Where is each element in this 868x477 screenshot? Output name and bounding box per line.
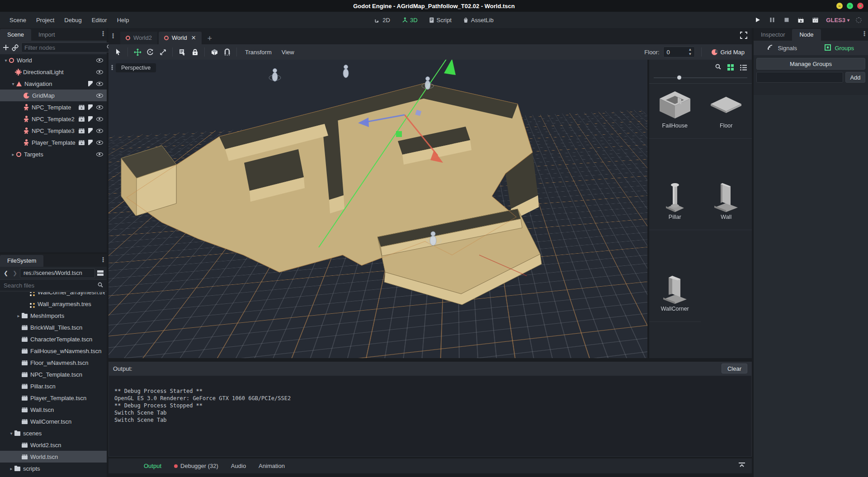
move-tool-button[interactable] xyxy=(132,46,143,58)
output-log[interactable]: ** Debug Process Started **OpenGL ES 3.0… xyxy=(108,375,752,457)
groups-tab[interactable]: Groups xyxy=(811,41,868,55)
palette-zoom-slider[interactable] xyxy=(654,74,747,81)
bottom-tab-animation[interactable]: Animation xyxy=(253,461,290,471)
script-attached-icon[interactable] xyxy=(88,128,93,133)
minimize-button[interactable]: – xyxy=(836,3,843,9)
update-spinner-icon[interactable] xyxy=(856,17,862,23)
scene-instance-icon[interactable] xyxy=(79,117,85,122)
local-space-toggle[interactable] xyxy=(208,46,220,58)
menu-scene[interactable]: Scene xyxy=(5,15,30,25)
script-attached-icon[interactable] xyxy=(88,140,93,145)
visibility-eye-icon[interactable] xyxy=(96,141,103,145)
pause-button[interactable] xyxy=(768,16,776,24)
renderer-select[interactable]: GLES3 ▾ xyxy=(826,17,849,24)
scene-tab-world2[interactable]: World2 xyxy=(120,32,157,44)
tab-scene[interactable]: Scene xyxy=(0,29,31,41)
visibility-eye-icon[interactable] xyxy=(96,70,103,74)
close-tab-icon[interactable]: ✕ xyxy=(191,34,196,41)
lock-selected-button[interactable] xyxy=(189,46,201,58)
list-view-icon[interactable] xyxy=(738,62,748,72)
bottom-tab-audio[interactable]: Audio xyxy=(226,461,251,471)
script-attached-icon[interactable] xyxy=(88,116,93,122)
drag-handle-icon[interactable] xyxy=(112,33,114,39)
list-select-tool-button[interactable] xyxy=(176,46,188,58)
dock-menu-icon[interactable] xyxy=(102,31,104,37)
history-forward-button[interactable]: ❯ xyxy=(11,269,19,278)
menu-debug[interactable]: Debug xyxy=(60,15,85,25)
scene-node-GridMap[interactable]: GridMap xyxy=(0,90,107,101)
scene-instance-icon[interactable] xyxy=(79,105,85,110)
play-button[interactable] xyxy=(754,16,762,24)
visibility-eye-icon[interactable] xyxy=(96,105,103,109)
palette-item-wall[interactable]: Wall xyxy=(701,175,752,230)
mode-script-button[interactable]: Script xyxy=(426,15,455,25)
closed-arrow-icon[interactable]: ▸ xyxy=(8,466,14,471)
mode-assetlib-button[interactable]: AssetLib xyxy=(460,15,497,25)
menu-help[interactable]: Help xyxy=(113,15,133,25)
file-scripts[interactable]: ▸scripts xyxy=(0,463,107,474)
visibility-eye-icon[interactable] xyxy=(96,94,103,98)
visibility-eye-icon[interactable] xyxy=(96,58,103,62)
manage-groups-button[interactable]: Manage Groups xyxy=(756,58,865,70)
split-mode-icon[interactable] xyxy=(96,269,105,278)
mode-2d-button[interactable]: 2D xyxy=(371,15,394,25)
search-files-field[interactable] xyxy=(0,279,107,291)
palette-item-wallcorner[interactable]: WallCorner xyxy=(649,267,701,322)
scene-node-Player_Template[interactable]: Player_Template xyxy=(0,137,107,148)
tab-inspector[interactable]: Inspector xyxy=(754,29,792,41)
scene-node-NPC_Template2[interactable]: NPC_Template2 xyxy=(0,113,107,125)
filter-nodes-field[interactable] xyxy=(21,43,115,52)
file-scenes[interactable]: ▾scenes xyxy=(0,427,107,439)
palette-item-failhouse[interactable]: FailHouse xyxy=(649,84,701,139)
close-button[interactable]: ✕ xyxy=(857,3,863,9)
file-Wall.tscn[interactable]: Wall.tscn xyxy=(0,404,107,416)
visibility-eye-icon[interactable] xyxy=(96,82,103,86)
menu-editor[interactable]: Editor xyxy=(88,15,111,25)
rotate-tool-button[interactable] xyxy=(144,46,156,58)
file-MeshImports[interactable]: ▸MeshImports xyxy=(0,310,107,321)
viewport-menu-handle-icon[interactable] xyxy=(111,65,113,71)
group-name-input[interactable] xyxy=(756,72,843,83)
slider-thumb[interactable] xyxy=(676,75,682,80)
visibility-eye-icon[interactable] xyxy=(96,117,103,121)
3d-viewport[interactable]: Perspective xyxy=(108,60,647,358)
clear-output-button[interactable]: Clear xyxy=(722,364,747,373)
dock-menu-icon[interactable] xyxy=(863,31,865,37)
tab-filesystem[interactable]: FileSystem xyxy=(0,255,43,267)
tab-node[interactable]: Node xyxy=(792,29,821,41)
scene-instance-icon[interactable] xyxy=(79,128,85,133)
closed-arrow-icon[interactable]: ▸ xyxy=(15,313,22,318)
spin-arrows-icon[interactable]: ▲▼ xyxy=(689,47,692,57)
select-tool-button[interactable] xyxy=(112,46,124,58)
current-path[interactable]: res://scenes/World.tscn xyxy=(20,268,95,278)
perspective-menu[interactable]: Perspective xyxy=(116,63,156,72)
floor-spinbox[interactable]: 0 ▲▼ xyxy=(663,47,695,57)
mode-3d-button[interactable]: 3D xyxy=(398,15,421,25)
filter-nodes-input[interactable] xyxy=(24,44,104,51)
open-arrow-icon[interactable]: ▾ xyxy=(3,58,9,63)
view-menu[interactable]: View xyxy=(277,47,299,57)
scene-node-NPC_Template3[interactable]: NPC_Template3 xyxy=(0,125,107,137)
visibility-eye-icon[interactable] xyxy=(96,152,103,156)
play-custom-scene-button[interactable] xyxy=(811,16,820,24)
add-node-button[interactable] xyxy=(3,43,9,52)
file-Pillar.tscn[interactable]: Pillar.tscn xyxy=(0,380,107,392)
distraction-free-icon[interactable] xyxy=(740,32,747,40)
file-Floor_wNavmesh.tscn[interactable]: Floor_wNavmesh.tscn xyxy=(0,357,107,368)
palette-filter-field[interactable] xyxy=(653,62,723,72)
snap-toggle[interactable] xyxy=(221,46,233,58)
menu-project[interactable]: Project xyxy=(32,15,58,25)
scene-tab-world[interactable]: World ✕ xyxy=(159,32,202,44)
stop-button[interactable] xyxy=(783,16,791,24)
script-attached-icon[interactable] xyxy=(88,104,93,110)
collapse-panel-icon[interactable] xyxy=(738,463,745,469)
scene-node-Targets[interactable]: ▸Targets xyxy=(0,148,107,160)
new-scene-tab-button[interactable]: + xyxy=(203,33,217,44)
dock-menu-icon[interactable] xyxy=(102,257,104,263)
closed-arrow-icon[interactable]: ▸ xyxy=(10,152,16,157)
file-BrickWall_Tiles.tscn[interactable]: BrickWall_Tiles.tscn xyxy=(0,321,107,333)
scene-node-World[interactable]: ▾World xyxy=(0,54,107,66)
scene-node-Navigation[interactable]: ▾Navigation xyxy=(0,78,107,90)
open-arrow-icon[interactable]: ▾ xyxy=(10,81,16,86)
scale-tool-button[interactable] xyxy=(157,46,169,58)
